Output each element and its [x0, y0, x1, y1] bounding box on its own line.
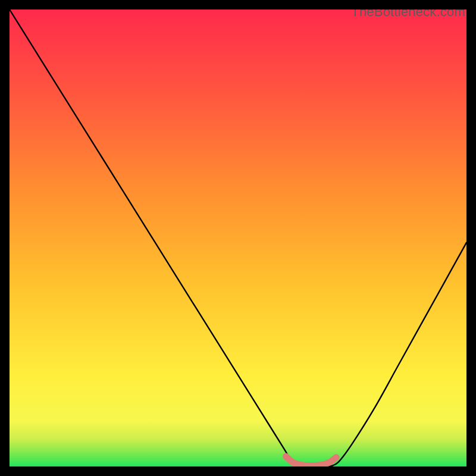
- watermark-text: TheBottleneck.com: [351, 4, 465, 20]
- bottleneck-chart: [10, 10, 466, 466]
- chart-background: [10, 10, 466, 466]
- chart-frame: TheBottleneck.com: [0, 0, 476, 476]
